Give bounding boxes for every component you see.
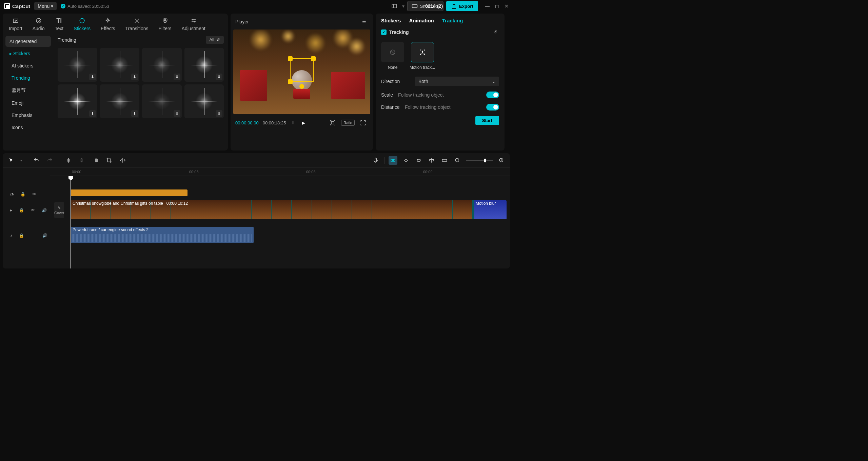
chevron-down-icon[interactable]: ▾ — [20, 159, 22, 162]
mic-button[interactable] — [371, 156, 380, 165]
download-icon[interactable]: ⬇ — [174, 74, 180, 80]
track-time-icon[interactable]: ◔ — [8, 190, 16, 199]
reset-button[interactable]: ↺ — [491, 27, 499, 37]
delete-right-tool[interactable] — [91, 156, 100, 165]
download-icon[interactable]: ⬇ — [89, 110, 96, 117]
magnet-tool[interactable] — [389, 156, 397, 165]
ruler-mark: 00:03 — [189, 170, 199, 174]
redo-button[interactable] — [45, 156, 54, 165]
sidebar-ai-generated[interactable]: AI generated — [5, 36, 51, 47]
track-mute-button[interactable]: 🔊 — [40, 231, 50, 240]
sticker-item[interactable]: ⬇ — [100, 84, 140, 118]
tab-adjustment[interactable]: Adjustment — [182, 17, 205, 31]
ratio-button[interactable]: Ratio — [341, 120, 355, 126]
tab-audio[interactable]: Audio — [33, 17, 45, 31]
slider-thumb[interactable] — [484, 159, 486, 162]
sticker-item[interactable]: ⬇ — [184, 48, 224, 82]
sticker-item[interactable]: ⬇ — [142, 48, 182, 82]
sidebar-item-ai-stickers[interactable]: AI stickers — [5, 60, 51, 71]
timeline-ruler[interactable]: 00:00 00:03 00:06 00:09 — [50, 168, 510, 176]
audio-clip[interactable]: Powerful race / car engine sound effects… — [71, 227, 254, 243]
video-clip[interactable]: Christmas snowglobe and Christmas gifts … — [71, 200, 507, 219]
rotate-handle[interactable] — [299, 84, 304, 89]
zoom-slider[interactable] — [466, 160, 493, 161]
download-icon[interactable]: ⬇ — [131, 110, 138, 117]
track-mute-button[interactable]: 🔊 — [40, 206, 49, 215]
track-audio-icon[interactable]: ♪ — [8, 231, 14, 240]
zoom-out-button[interactable] — [453, 156, 462, 165]
resize-handle[interactable] — [288, 79, 293, 84]
track-lock-button[interactable]: 🔒 — [18, 190, 27, 199]
layout-button[interactable] — [389, 1, 399, 11]
distance-toggle[interactable] — [486, 104, 499, 111]
link-tool[interactable] — [401, 156, 410, 165]
zoom-in-button[interactable] — [497, 156, 506, 165]
fullscreen-button[interactable] — [358, 118, 368, 128]
align-tool[interactable] — [427, 156, 436, 165]
delete-left-tool[interactable] — [78, 156, 86, 165]
track-visibility-button[interactable]: 👁 — [30, 190, 38, 199]
scale-toggle[interactable] — [486, 92, 499, 98]
menu-button[interactable]: Menu ▾ — [34, 2, 57, 10]
sidebar-item-trending[interactable]: Trending — [5, 73, 51, 83]
sidebar-item-ramadan[interactable]: 斋月节 — [5, 85, 51, 96]
tab-transitions[interactable]: Transitions — [125, 17, 149, 31]
download-icon[interactable]: ⬇ — [89, 74, 96, 80]
crop-tool[interactable] — [105, 156, 114, 165]
download-icon[interactable]: ⬇ — [216, 74, 222, 80]
resize-handle[interactable] — [288, 56, 293, 61]
player-menu-button[interactable]: ☰ — [360, 17, 368, 26]
direction-select[interactable]: Both⌄ — [415, 77, 499, 86]
sticker-item[interactable]: ⬇ — [100, 48, 140, 82]
sticker-item[interactable]: ⬇ — [58, 48, 97, 82]
tab-stickers[interactable]: Stickers — [74, 17, 91, 31]
props-tab-tracking[interactable]: Tracking — [442, 18, 463, 23]
scale-button[interactable] — [328, 118, 338, 128]
tab-import[interactable]: Import — [9, 17, 22, 31]
minimize-button[interactable]: — — [485, 3, 490, 9]
preview-tool[interactable] — [414, 156, 423, 165]
sidebar-item-emoji[interactable]: Emoji — [5, 98, 51, 108]
maximize-button[interactable]: ◻ — [495, 3, 499, 9]
props-tab-animation[interactable]: Animation — [409, 18, 434, 23]
markers-tool[interactable] — [440, 156, 449, 165]
track-video-icon[interactable]: ▸ — [8, 206, 14, 215]
filter-all-button[interactable]: All ⚟ — [206, 36, 224, 44]
player-viewport[interactable] — [233, 29, 370, 114]
props-tab-stickers[interactable]: Stickers — [381, 18, 401, 23]
export-button[interactable]: Export — [446, 1, 478, 11]
sticker-item[interactable]: ⬇ — [184, 84, 224, 118]
tab-filters[interactable]: Filters — [158, 17, 171, 31]
sidebar-item-emphasis[interactable]: Emphasis — [5, 110, 51, 121]
effects-icon — [104, 17, 112, 24]
mode-motion-tracking[interactable]: Motion track... — [410, 42, 435, 70]
sticker-clip[interactable] — [71, 189, 188, 196]
resize-handle[interactable] — [311, 56, 316, 61]
start-tracking-button[interactable]: Start — [475, 116, 499, 125]
sticker-item[interactable]: ⬇ — [142, 84, 182, 118]
tab-text[interactable]: TIText — [55, 17, 64, 31]
frame-back-button[interactable]: ⦀ — [290, 118, 296, 127]
close-button[interactable]: ✕ — [505, 3, 509, 9]
download-icon[interactable]: ⬇ — [131, 74, 138, 80]
mode-none[interactable]: None — [381, 42, 404, 70]
sticker-selection-box[interactable] — [290, 58, 314, 82]
pointer-tool[interactable] — [7, 156, 16, 165]
tracking-checkbox[interactable]: ✓ — [381, 29, 387, 35]
tab-effects[interactable]: Effects — [101, 17, 115, 31]
sidebar-item-icons[interactable]: Icons — [5, 122, 51, 133]
track-lock-button[interactable]: 🔒 — [17, 206, 26, 215]
direction-label: Direction — [381, 79, 405, 84]
playhead[interactable] — [71, 176, 71, 268]
track-visibility-button[interactable]: 👁 — [29, 206, 37, 215]
play-button[interactable]: ▶ — [300, 118, 307, 127]
track-lock-button[interactable]: 🔒 — [17, 231, 26, 240]
split-tool[interactable] — [64, 156, 73, 165]
undo-button[interactable] — [32, 156, 41, 165]
download-icon[interactable]: ⬇ — [174, 110, 180, 117]
sticker-item[interactable]: ⬇ — [58, 84, 97, 118]
tab-label: Adjustment — [182, 26, 205, 31]
sidebar-stickers-group[interactable]: ▸ Stickers — [5, 48, 51, 59]
mirror-tool[interactable] — [118, 156, 127, 165]
download-icon[interactable]: ⬇ — [216, 110, 222, 117]
